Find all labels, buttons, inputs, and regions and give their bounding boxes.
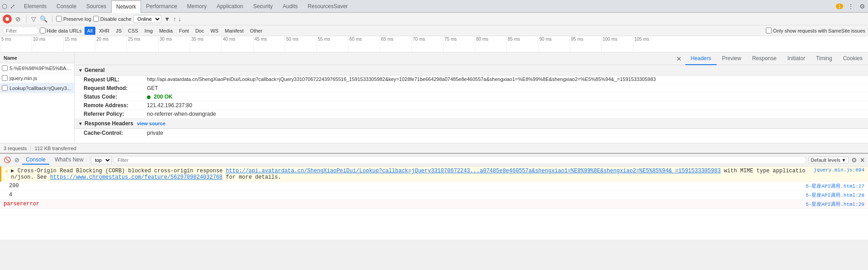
- tick-80ms: 80 ms: [475, 36, 488, 52]
- request-checkbox-3[interactable]: [2, 85, 8, 91]
- request-item-2[interactable]: jquery.min.js: [0, 73, 74, 83]
- console-row-parsererror: parsererror 5-星座API调用.html:29: [0, 200, 868, 209]
- search-icon-button[interactable]: 🔍: [39, 14, 48, 24]
- console-tab-whatsnew[interactable]: What's New: [51, 156, 87, 165]
- filter-type-media[interactable]: Media: [156, 27, 175, 35]
- filter-type-ws[interactable]: WS: [208, 27, 221, 35]
- tab-initiator[interactable]: Initiator: [782, 52, 811, 65]
- record-button[interactable]: [3, 14, 12, 24]
- general-section-header[interactable]: ▼ General: [75, 65, 868, 76]
- request-url-row: Request URL: http://api.avatardata.cn/Sh…: [75, 76, 868, 84]
- more-button[interactable]: ⋮: [847, 2, 855, 11]
- tab-timing[interactable]: Timing: [811, 52, 838, 65]
- tick-90ms: 90 ms: [538, 36, 552, 52]
- tab-console[interactable]: Console: [52, 0, 81, 13]
- request-checkbox-1[interactable]: [2, 65, 8, 71]
- filter-type-doc[interactable]: Doc: [193, 27, 207, 35]
- filter-type-css[interactable]: CSS: [125, 27, 141, 35]
- tab-response[interactable]: Response: [747, 52, 782, 65]
- tick-105ms: 105 ms: [633, 36, 649, 52]
- tab-memory[interactable]: Memory: [182, 0, 212, 13]
- corb-source[interactable]: jquery.min.js:694: [807, 167, 864, 173]
- separator-2: [52, 15, 52, 23]
- filter-type-js[interactable]: JS: [113, 27, 124, 35]
- throttle-down-icon[interactable]: ▼: [163, 14, 171, 24]
- console-settings-button[interactable]: ⚙: [850, 156, 858, 165]
- corb-link[interactable]: http://api.avatardata.cn/ShengXiaoPeiDui…: [226, 168, 721, 174]
- record-icon: [5, 17, 9, 21]
- tab-sources[interactable]: Sources: [81, 0, 111, 13]
- tick-20ms: 20 ms: [95, 36, 108, 52]
- tick-10ms: 10 ms: [32, 36, 45, 52]
- console-context-select[interactable]: top: [91, 156, 112, 164]
- samesite-label[interactable]: Only show requests with SameSite issues: [766, 28, 865, 33]
- tick-5ms: 5 ms: [0, 36, 11, 52]
- tab-resourcessaver[interactable]: ResourcesSaver: [303, 0, 353, 13]
- upload-button[interactable]: ↑: [173, 15, 176, 23]
- tab-headers[interactable]: Headers: [685, 52, 717, 65]
- timeline-bar: 5 ms 10 ms 15 ms 20 ms 25 ms 30 ms 35 ms…: [0, 36, 868, 52]
- tab-audits[interactable]: Audits: [278, 0, 302, 13]
- filter-input[interactable]: [3, 27, 39, 35]
- download-button[interactable]: ↓: [178, 15, 181, 23]
- tab-cookies[interactable]: Cookies: [838, 52, 868, 65]
- tick-45ms: 45 ms: [253, 36, 267, 52]
- close-detail-button[interactable]: ✕: [673, 55, 685, 62]
- tick-30ms: 30 ms: [158, 36, 172, 52]
- chromestatus-link[interactable]: https://www.chromestatus.com/feature/562…: [50, 174, 223, 180]
- filter-type-other[interactable]: Other: [247, 27, 265, 35]
- tab-performance[interactable]: Performance: [141, 0, 182, 13]
- hide-data-urls-label[interactable]: Hide data URLs: [40, 28, 82, 33]
- tab-application[interactable]: Application: [212, 0, 248, 13]
- view-source-link[interactable]: view source: [137, 121, 165, 126]
- devtools-tab-bar: ⬡ ⤢ Elements Console Sources Network Per…: [0, 0, 868, 13]
- request-item-1[interactable]: 5-%E6%98%9F%E5%BA%...: [0, 63, 74, 73]
- cache-control-row: Cache-Control: private: [75, 129, 868, 137]
- filter-type-all[interactable]: All: [85, 27, 95, 35]
- disable-cache-checkbox[interactable]: Disable cache: [93, 16, 132, 22]
- tick-75ms: 75 ms: [443, 36, 457, 52]
- request-checkbox-2[interactable]: [2, 75, 8, 81]
- console-tab-console[interactable]: Console: [22, 156, 49, 165]
- filter-type-xhr[interactable]: XHR: [96, 27, 112, 35]
- status-code-value: 200 OK: [154, 94, 172, 100]
- tab-network[interactable]: Network: [111, 0, 141, 13]
- console-stop-button[interactable]: ⊘: [14, 156, 20, 164]
- devtools-icon-1: ⬡: [2, 3, 7, 10]
- settings-button[interactable]: ⚙: [859, 2, 866, 11]
- network-throttle-select[interactable]: Online: [133, 15, 161, 23]
- level-select[interactable]: Default levels ▼: [808, 156, 849, 164]
- filter-type-img[interactable]: Img: [142, 27, 156, 35]
- request-item-3[interactable]: Lookup?callback=jQuery3...: [0, 83, 74, 93]
- parsererror-value: parsererror: [4, 201, 798, 207]
- request-list: Name 5-%E6%98%9F%E5%BA%... jquery.min.js…: [0, 52, 75, 143]
- transfer-size: 112 KB transferred: [34, 146, 76, 151]
- triangle-icon: ▼: [78, 68, 83, 73]
- tick-65ms: 65 ms: [380, 36, 393, 52]
- tick-50ms: 50 ms: [285, 36, 298, 52]
- filter-type-manifest[interactable]: Manifest: [222, 27, 246, 35]
- tick-85ms: 85 ms: [506, 36, 520, 52]
- console-toolbar: 🚫 ⊘ Console What's New top Default level…: [0, 154, 868, 166]
- console-row-corb: ⚠ ▶ Cross-Origin Read Blocking (CORB) bl…: [0, 166, 868, 182]
- console-200-source[interactable]: 5-星座API调用.html:27: [798, 183, 864, 189]
- clear-button[interactable]: ⊘: [14, 14, 23, 24]
- tab-preview[interactable]: Preview: [717, 52, 747, 65]
- console-filter-input[interactable]: [113, 156, 807, 164]
- console-clear-button[interactable]: 🚫: [3, 156, 12, 164]
- console-close-button[interactable]: ✕: [860, 156, 865, 164]
- console-200-value: 200: [9, 183, 798, 189]
- tick-95ms: 95 ms: [570, 36, 583, 52]
- filter-icon-button[interactable]: ▽: [30, 14, 37, 24]
- tab-security[interactable]: Security: [248, 0, 278, 13]
- status-code-row: Status Code: 200 OK: [75, 93, 868, 101]
- filter-type-font[interactable]: Font: [176, 27, 192, 35]
- console-4-source[interactable]: 5-星座API调用.html:28: [798, 192, 864, 199]
- warning-icon: ⚠: [5, 167, 8, 174]
- preserve-log-checkbox[interactable]: Preserve log: [56, 16, 91, 22]
- parsererror-source[interactable]: 5-星座API调用.html:29: [798, 201, 864, 208]
- response-headers-section-header[interactable]: ▼ Response Headers view source: [75, 118, 868, 129]
- tick-35ms: 35 ms: [190, 36, 203, 52]
- status-dot: [147, 95, 151, 99]
- tab-elements[interactable]: Elements: [19, 0, 52, 13]
